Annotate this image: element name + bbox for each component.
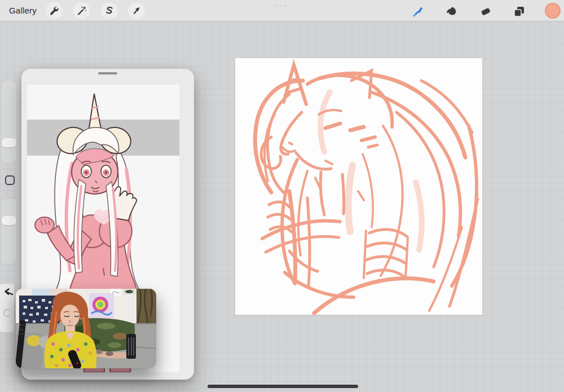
brush-icon [411, 5, 425, 18]
redo-arc-icon [2, 308, 11, 318]
erase-tool-button[interactable] [478, 4, 493, 19]
actions-button[interactable] [46, 2, 63, 19]
webcam-video [16, 289, 156, 368]
drawing-canvas[interactable] [235, 58, 482, 315]
home-indicator[interactable] [208, 385, 358, 388]
layers-icon [512, 5, 526, 18]
smudge-tool-button[interactable] [444, 4, 459, 19]
transform-button[interactable] [128, 2, 145, 19]
gallery-button[interactable]: Gallery [9, 6, 37, 15]
brush-size-slider-handle[interactable] [2, 138, 16, 147]
wrench-icon [49, 5, 60, 16]
brush-size-slider[interactable] [2, 81, 16, 162]
paint-tool-button[interactable] [411, 4, 425, 19]
brush-opacity-slider-handle[interactable] [2, 216, 16, 225]
active-color-swatch[interactable] [545, 3, 561, 19]
s-curve-icon [104, 5, 115, 16]
undo-button[interactable] [3, 287, 14, 297]
smudge-finger-icon [445, 5, 459, 18]
top-toolbar: Gallery [0, 0, 564, 21]
undo-arrow-icon [3, 287, 14, 297]
redo-button[interactable] [2, 308, 11, 318]
eraser-icon [479, 5, 492, 18]
arrow-cursor-icon [131, 5, 142, 16]
layers-button[interactable] [512, 4, 526, 19]
reference-drag-handle[interactable] [98, 72, 117, 74]
adjustments-button[interactable] [73, 2, 90, 19]
magic-wand-icon [76, 5, 87, 16]
multitask-indicator[interactable] [275, 5, 287, 7]
sketch-artwork [235, 58, 482, 315]
procreate-app: Gallery [0, 0, 564, 392]
webcam-overlay [16, 289, 156, 368]
selection-button[interactable] [101, 2, 118, 19]
brush-opacity-slider[interactable] [2, 199, 16, 264]
modify-button[interactable] [5, 175, 15, 185]
